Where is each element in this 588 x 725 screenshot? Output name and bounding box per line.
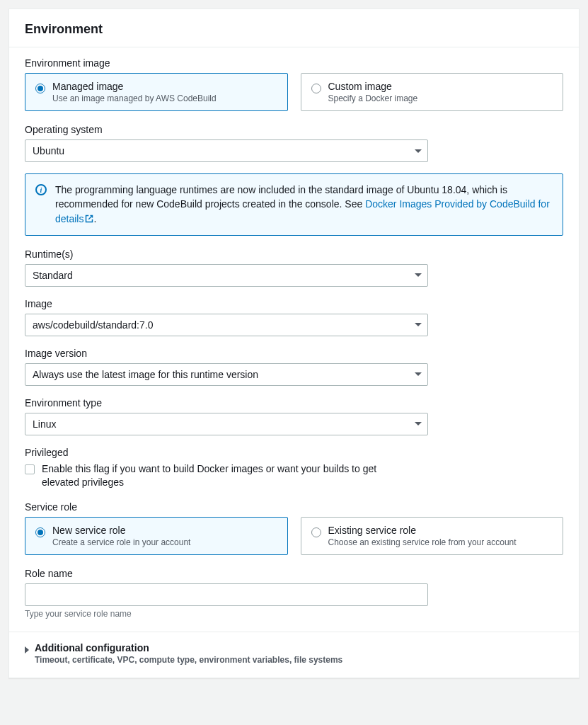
external-link-icon bbox=[85, 212, 93, 227]
os-field: Operating system Ubuntu bbox=[25, 124, 563, 162]
additional-config-title: Additional configuration bbox=[35, 642, 563, 653]
info-icon: i bbox=[35, 184, 47, 195]
tile-managed-image[interactable]: Managed image Use an image managed by AW… bbox=[25, 73, 288, 111]
info-text-after: . bbox=[93, 213, 96, 224]
tile-existing-role[interactable]: Existing service role Choose an existing… bbox=[301, 517, 564, 555]
panel-title: Environment bbox=[25, 22, 563, 37]
env-type-label: Environment type bbox=[25, 397, 563, 409]
chevron-down-icon bbox=[415, 149, 422, 153]
tile-new-role[interactable]: New service role Create a service role i… bbox=[25, 517, 288, 555]
os-select[interactable]: Ubuntu bbox=[25, 139, 428, 162]
chevron-down-icon bbox=[415, 372, 422, 376]
env-image-tiles: Managed image Use an image managed by AW… bbox=[25, 73, 563, 111]
tile-managed-desc: Use an image managed by AWS CodeBuild bbox=[52, 93, 277, 103]
role-name-field: Role name Type your service role name bbox=[25, 568, 563, 619]
runtime-field: Runtime(s) Standard bbox=[25, 249, 563, 287]
radio-new-role[interactable] bbox=[35, 527, 45, 537]
chevron-down-icon bbox=[415, 273, 422, 277]
additional-config-toggle[interactable]: Additional configuration Timeout, certif… bbox=[25, 642, 563, 665]
privileged-checkbox-row: Enable this flag if you want to build Do… bbox=[25, 462, 563, 490]
image-select[interactable]: aws/codebuild/standard:7.0 bbox=[25, 314, 428, 336]
image-version-select[interactable]: Always use the latest image for this run… bbox=[25, 363, 428, 386]
os-label: Operating system bbox=[25, 124, 563, 135]
privileged-label: Privileged bbox=[25, 447, 563, 458]
image-version-label: Image version bbox=[25, 348, 563, 359]
radio-existing-role[interactable] bbox=[311, 527, 321, 537]
info-box: i The programming language runtimes are … bbox=[25, 173, 563, 236]
tile-existing-role-title: Existing service role bbox=[328, 525, 553, 536]
role-name-label: Role name bbox=[25, 568, 563, 579]
tile-custom-title: Custom image bbox=[328, 81, 553, 92]
env-type-field: Environment type Linux bbox=[25, 397, 563, 435]
image-value: aws/codebuild/standard:7.0 bbox=[33, 319, 153, 331]
service-role-tiles: New service role Create a service role i… bbox=[25, 517, 563, 555]
image-version-field: Image version Always use the latest imag… bbox=[25, 348, 563, 386]
privileged-field: Privileged Enable this flag if you want … bbox=[25, 447, 563, 490]
info-text: The programming language runtimes are no… bbox=[55, 183, 553, 227]
runtime-select[interactable]: Standard bbox=[25, 264, 428, 287]
image-version-value: Always use the latest image for this run… bbox=[33, 369, 258, 380]
caret-right-icon bbox=[25, 646, 29, 653]
tile-new-role-title: New service role bbox=[52, 525, 277, 536]
privileged-checkbox-label: Enable this flag if you want to build Do… bbox=[42, 462, 410, 490]
role-name-hint: Type your service role name bbox=[25, 609, 563, 619]
image-field: Image aws/codebuild/standard:7.0 bbox=[25, 298, 563, 336]
radio-managed-image[interactable] bbox=[35, 84, 45, 93]
tile-new-role-desc: Create a service role in your account bbox=[52, 537, 277, 547]
panel-body: Environment image Managed image Use an i… bbox=[9, 47, 579, 678]
chevron-down-icon bbox=[415, 323, 422, 326]
runtime-value: Standard bbox=[33, 270, 73, 281]
environment-panel: Environment Environment image Managed im… bbox=[8, 8, 580, 678]
runtime-label: Runtime(s) bbox=[25, 249, 563, 260]
radio-custom-image[interactable] bbox=[311, 84, 321, 93]
os-value: Ubuntu bbox=[33, 145, 64, 156]
additional-config-desc: Timeout, certificate, VPC, compute type,… bbox=[35, 655, 563, 665]
env-image-label: Environment image bbox=[25, 57, 563, 69]
tile-existing-role-desc: Choose an existing service role from you… bbox=[328, 537, 553, 547]
divider bbox=[9, 632, 579, 632]
tile-managed-title: Managed image bbox=[52, 81, 277, 92]
image-label: Image bbox=[25, 298, 563, 309]
privileged-checkbox[interactable] bbox=[25, 464, 35, 474]
env-type-value: Linux bbox=[33, 418, 56, 430]
tile-custom-desc: Specify a Docker image bbox=[328, 93, 553, 103]
role-name-input[interactable] bbox=[25, 583, 428, 606]
chevron-down-icon bbox=[415, 422, 422, 426]
env-type-select[interactable]: Linux bbox=[25, 413, 428, 435]
panel-header: Environment bbox=[9, 9, 579, 47]
service-role-label: Service role bbox=[25, 501, 563, 513]
tile-custom-image[interactable]: Custom image Specify a Docker image bbox=[301, 73, 564, 111]
